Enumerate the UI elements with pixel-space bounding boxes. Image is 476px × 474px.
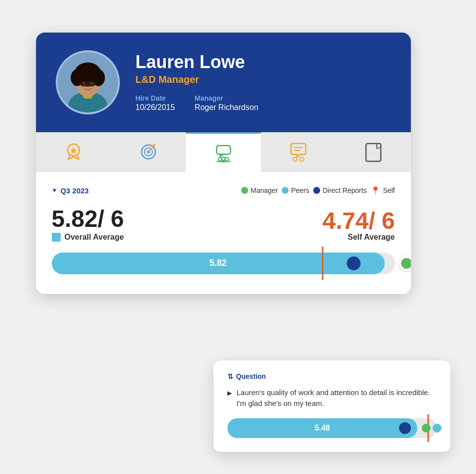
profile-info: Lauren Lowe L&D Manager Hire Date 10/26/… bbox=[136, 52, 258, 112]
small-dots-right bbox=[422, 424, 441, 433]
tabs-section bbox=[36, 132, 411, 172]
tab-goals[interactable] bbox=[111, 132, 186, 172]
svg-point-25 bbox=[221, 156, 225, 160]
tab-notes[interactable] bbox=[336, 132, 411, 172]
overall-score-square bbox=[52, 233, 61, 242]
progress-bar: 5.82 bbox=[52, 253, 395, 274]
main-card: Lauren Lowe L&D Manager Hire Date 10/26/… bbox=[36, 33, 411, 294]
question-sort-icon: ⇅ bbox=[227, 372, 233, 380]
avatar bbox=[56, 50, 120, 114]
manager-value: Roger Richardson bbox=[195, 103, 258, 112]
svg-line-14 bbox=[95, 83, 96, 83]
small-bar-bg: 5.48 bbox=[227, 418, 437, 438]
manager-legend-label: Manager bbox=[251, 186, 278, 194]
legend-manager: Manager bbox=[241, 186, 278, 194]
svg-point-23 bbox=[218, 157, 221, 161]
svg-point-28 bbox=[293, 157, 297, 161]
progress-bar-bg: 5.82 bbox=[52, 253, 395, 274]
small-bar-fill: 5.48 bbox=[227, 418, 418, 438]
self-pin-icon: 📍 bbox=[370, 186, 380, 195]
peers-legend-label: Peers bbox=[291, 186, 309, 194]
self-marker-line bbox=[322, 247, 324, 280]
svg-point-9 bbox=[90, 82, 93, 86]
svg-point-15 bbox=[86, 96, 89, 99]
self-marker bbox=[322, 247, 324, 280]
profile-meta: Hire Date 10/26/2015 Manager Roger Richa… bbox=[136, 94, 258, 112]
question-text: ▶ Lauren's quality of work and attention… bbox=[227, 387, 437, 409]
tab-awards[interactable] bbox=[36, 132, 111, 172]
progress-bar-fill: 5.82 bbox=[52, 253, 385, 274]
question-label: ⇅ Question bbox=[227, 372, 437, 380]
period-label: Q3 2023 bbox=[60, 186, 89, 195]
profile-title: L&D Manager bbox=[136, 74, 258, 85]
self-score: 4.74/ 6 Self Average bbox=[323, 209, 395, 242]
overall-label-row: Overall Average bbox=[52, 233, 323, 242]
legend-peers: Peers bbox=[282, 186, 309, 194]
direct-reports-bar-dot bbox=[347, 256, 361, 270]
small-green-dot bbox=[422, 424, 431, 433]
svg-rect-22 bbox=[217, 146, 230, 154]
hire-date-value: 10/26/2015 bbox=[136, 103, 175, 112]
small-direct-dot bbox=[399, 422, 411, 434]
svg-marker-17 bbox=[70, 147, 77, 154]
awards-icon bbox=[63, 142, 84, 162]
period-arrow: ▼ bbox=[52, 187, 58, 194]
direct-reports-legend-label: Direct Reports bbox=[323, 186, 366, 194]
overall-score: 5.82/ 6 Overall Average bbox=[52, 207, 323, 242]
self-score-label: Self Average bbox=[323, 233, 395, 242]
svg-line-13 bbox=[79, 83, 81, 83]
notes-icon bbox=[363, 142, 384, 162]
legend-direct-reports: Direct Reports bbox=[313, 186, 366, 194]
content-section: ▼ Q3 2023 Manager Peers Direct Reports 📍 bbox=[36, 172, 411, 294]
question-card: ⇅ Question ▶ Lauren's quality of work an… bbox=[214, 361, 450, 452]
toggle-thumb-left bbox=[401, 258, 411, 269]
small-progress-bar: 5.48 bbox=[227, 418, 437, 438]
manager-item: Manager Roger Richardson bbox=[195, 94, 258, 112]
profile-header: Lauren Lowe L&D Manager Hire Date 10/26/… bbox=[36, 33, 411, 132]
svg-point-24 bbox=[225, 157, 228, 161]
manager-label: Manager bbox=[195, 94, 258, 102]
peers-dot bbox=[282, 187, 289, 194]
svg-rect-30 bbox=[366, 144, 381, 161]
direct-reports-dot bbox=[313, 187, 320, 194]
svg-point-29 bbox=[300, 157, 304, 161]
self-legend-label: Self bbox=[383, 186, 395, 194]
scores-row: 5.82/ 6 Overall Average 4.74/ 6 Self Ave… bbox=[52, 207, 395, 242]
svg-point-7 bbox=[77, 62, 98, 77]
manager-dot bbox=[241, 187, 248, 194]
hire-date-label: Hire Date bbox=[136, 94, 175, 102]
overall-score-number: 5.82/ 6 bbox=[52, 207, 323, 231]
overall-score-label: Overall Average bbox=[65, 233, 124, 242]
tab-feedback[interactable] bbox=[186, 132, 261, 172]
legend-self: 📍 Self bbox=[370, 186, 395, 195]
period-selector[interactable]: ▼ Q3 2023 bbox=[52, 186, 89, 195]
self-score-number: 4.74/ 6 bbox=[323, 209, 395, 233]
svg-point-8 bbox=[82, 82, 86, 86]
tab-coaching[interactable] bbox=[261, 132, 336, 172]
progress-bar-value: 5.82 bbox=[210, 258, 227, 268]
goals-icon bbox=[138, 142, 159, 162]
profile-name: Lauren Lowe bbox=[136, 52, 258, 72]
small-blue-dot bbox=[433, 424, 441, 433]
legend-row: ▼ Q3 2023 Manager Peers Direct Reports 📍 bbox=[52, 186, 395, 195]
small-bar-value: 5.48 bbox=[315, 424, 330, 433]
play-icon: ▶ bbox=[227, 389, 232, 409]
feedback-icon bbox=[213, 143, 234, 163]
toggle-button[interactable] bbox=[399, 256, 411, 271]
coaching-icon bbox=[288, 142, 309, 162]
hire-date-item: Hire Date 10/26/2015 bbox=[136, 94, 175, 112]
